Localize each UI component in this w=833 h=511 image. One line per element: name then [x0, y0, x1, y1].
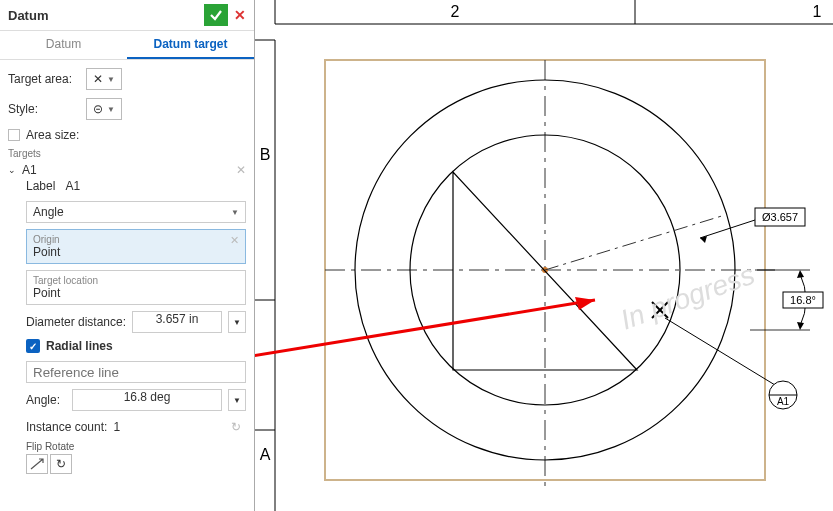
panel-header: Datum ✕	[0, 0, 254, 31]
diameter-leader	[700, 220, 755, 238]
chevron-down-icon: ⌄	[8, 165, 18, 175]
diameter-dim-text: Ø3.657	[762, 211, 798, 223]
rotate-button[interactable]: ↻	[50, 454, 72, 474]
instance-count-label: Instance count:	[26, 420, 107, 434]
angle-label: Angle:	[26, 393, 66, 407]
svg-marker-15	[575, 297, 595, 310]
col-label-2: 2	[451, 3, 460, 20]
accept-button[interactable]	[204, 4, 228, 26]
reference-line-input[interactable]	[26, 361, 246, 383]
origin-label: Origin	[33, 234, 239, 245]
datum-target-symbol: A1	[769, 381, 797, 409]
origin-value: Point	[33, 245, 239, 259]
chevron-down-icon: ▼	[107, 75, 115, 84]
clear-origin-button[interactable]: ✕	[230, 234, 239, 247]
refresh-button[interactable]: ↻	[226, 417, 246, 437]
svg-line-14	[255, 300, 595, 375]
diameter-distance-label: Diameter distance:	[26, 315, 126, 329]
angle-mode-label: Angle	[33, 205, 64, 219]
radial-lines-checkbox[interactable]: ✓	[26, 339, 40, 353]
col-label-1: 1	[813, 3, 822, 20]
diameter-distance-input[interactable]: 3.657 in	[132, 311, 222, 333]
x-icon: ✕	[93, 72, 103, 86]
datum-target-text: A1	[777, 396, 790, 407]
target-location-field[interactable]: Target location Point	[26, 270, 246, 305]
form-body: Target area: ✕ ▼ Style: ⊝ ▼ Area size: T…	[0, 60, 254, 511]
origin-field[interactable]: ✕ Origin Point	[26, 229, 246, 264]
angle-input[interactable]: 16.8 deg	[72, 389, 222, 411]
properties-panel: Datum ✕ Datum Datum target Target area: …	[0, 0, 255, 511]
panel-title: Datum	[8, 8, 48, 23]
drawing-canvas[interactable]: 2 1 B A A1	[255, 0, 833, 511]
cancel-button[interactable]: ✕	[230, 4, 250, 26]
tab-datum[interactable]: Datum	[0, 31, 127, 59]
target-location-value: Point	[33, 286, 239, 300]
annotation-arrow	[255, 297, 595, 375]
datum-leader	[665, 318, 775, 385]
style-label: Style:	[8, 102, 78, 116]
label-field-value: A1	[65, 179, 80, 193]
arrowhead-icon	[700, 236, 707, 243]
angle-dim-text: 16.8°	[790, 294, 816, 306]
flip-button[interactable]	[26, 454, 48, 474]
targets-section-label: Targets	[8, 148, 246, 159]
drawing-svg: 2 1 B A A1	[255, 0, 833, 511]
angle-dropdown[interactable]: ▼	[228, 389, 246, 411]
radial-line	[545, 215, 725, 270]
target-area-label: Target area:	[8, 72, 78, 86]
radial-lines-label: Radial lines	[46, 339, 113, 353]
chevron-down-icon: ▼	[231, 208, 239, 217]
area-size-label: Area size:	[26, 128, 79, 142]
close-icon: ✕	[234, 7, 246, 23]
target-location-label: Target location	[33, 275, 239, 286]
check-icon	[209, 8, 223, 22]
flip-rotate-label: Flip Rotate	[26, 441, 246, 452]
style-select[interactable]: ⊝ ▼	[86, 98, 122, 120]
instance-count-value: 1	[113, 420, 120, 434]
tab-bar: Datum Datum target	[0, 31, 254, 60]
angle-dimension: 16.8°	[750, 270, 823, 330]
chevron-down-icon: ▼	[107, 105, 115, 114]
row-label-a: A	[260, 446, 271, 463]
rotate-icon: ↻	[56, 457, 66, 471]
tab-datum-target[interactable]: Datum target	[127, 31, 254, 59]
row-label-b: B	[260, 146, 271, 163]
flip-icon	[30, 458, 44, 470]
angle-mode-select[interactable]: Angle ▼	[26, 201, 246, 223]
target-area-select[interactable]: ✕ ▼	[86, 68, 122, 90]
tree-item-label: A1	[22, 163, 37, 177]
label-field-label: Label	[26, 179, 55, 193]
remove-item-button[interactable]: ✕	[236, 163, 246, 177]
diameter-distance-dropdown[interactable]: ▼	[228, 311, 246, 333]
area-size-checkbox[interactable]	[8, 129, 20, 141]
tree-item-a1[interactable]: ⌄ A1 ✕	[8, 161, 246, 179]
style-icon: ⊝	[93, 102, 103, 116]
